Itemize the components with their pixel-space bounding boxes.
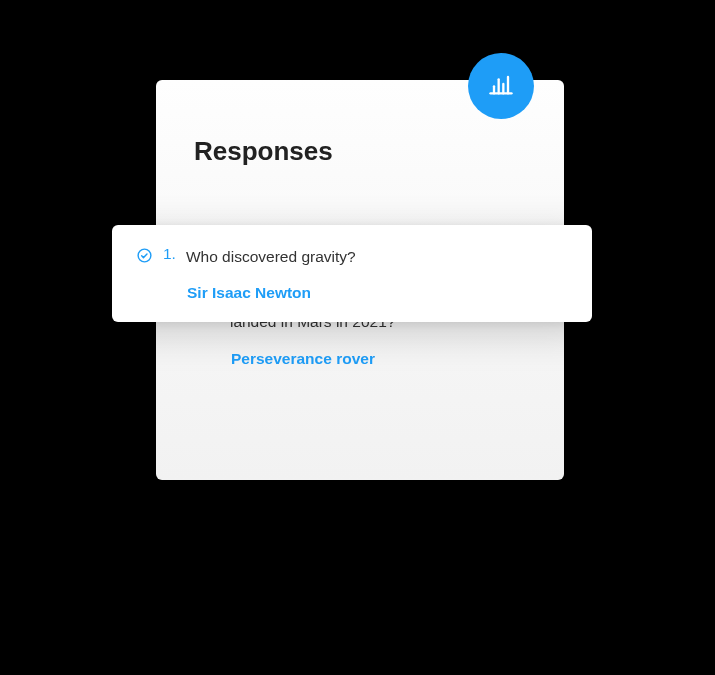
svg-point-6 bbox=[138, 249, 151, 262]
chart-stats-button[interactable] bbox=[468, 53, 534, 119]
question-text: Who discovered gravity? bbox=[186, 245, 356, 268]
question-answer: Perseverance rover bbox=[231, 350, 540, 368]
question-card: 1. Who discovered gravity? Sir Isaac New… bbox=[112, 225, 592, 322]
check-circle-icon bbox=[136, 247, 153, 264]
page-title: Responses bbox=[194, 136, 564, 167]
chart-icon bbox=[487, 70, 515, 102]
question-number: 1. bbox=[163, 245, 176, 263]
question-answer: Sir Isaac Newton bbox=[187, 284, 564, 302]
